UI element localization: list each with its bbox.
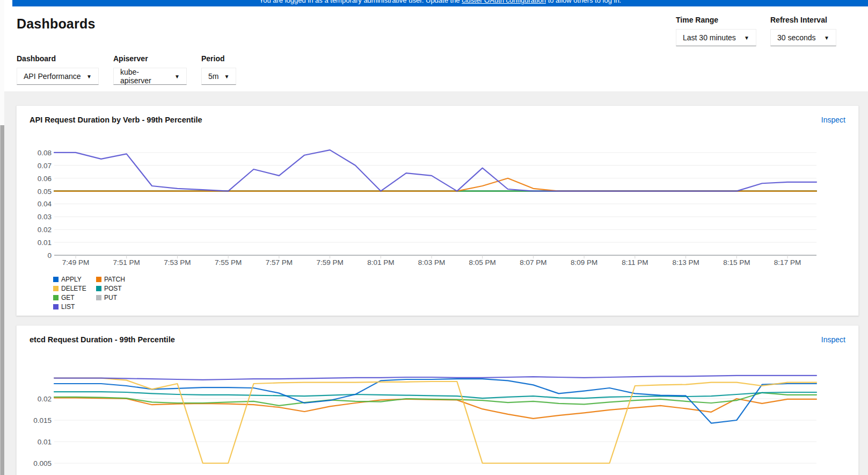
svg-text:0.06: 0.06 [38, 175, 52, 183]
svg-text:8:03 PM: 8:03 PM [418, 258, 445, 267]
legend-label: DELETE [61, 285, 86, 292]
login-notice-text: You are logged in as a temporary adminis… [12, 0, 868, 6]
period-select[interactable]: 5m ▼ [201, 68, 236, 85]
legend-swatch-icon [53, 277, 59, 282]
legend-swatch-icon [96, 295, 101, 300]
svg-text:8:17 PM: 8:17 PM [774, 258, 801, 267]
svg-text:0.03: 0.03 [38, 213, 52, 221]
dashboards-page: You are logged in as a temporary adminis… [0, 0, 868, 475]
time-range-select[interactable]: Last 30 minutes ▼ [676, 29, 756, 46]
card-title: API Request Duration by Verb - 99th Perc… [30, 116, 202, 124]
dashboard-select[interactable]: API Performance ▼ [17, 68, 99, 85]
svg-text:0.02: 0.02 [38, 226, 52, 234]
svg-text:0.005: 0.005 [33, 459, 52, 467]
period-value: 5m [208, 72, 218, 81]
page-title: Dashboards [17, 16, 95, 32]
legend-column: APPLYDELETEGETLIST [53, 275, 96, 311]
api-request-duration-card: API Request Duration by Verb - 99th Perc… [16, 105, 859, 316]
svg-text:8:01 PM: 8:01 PM [367, 258, 394, 267]
refresh-interval-value: 30 seconds [777, 33, 816, 42]
legend-item-patch[interactable]: PATCH [96, 275, 125, 284]
svg-text:8:05 PM: 8:05 PM [469, 258, 496, 267]
legend-label: APPLY [61, 276, 82, 283]
period-label: Period [201, 54, 236, 63]
svg-text:0.015: 0.015 [33, 416, 52, 424]
window-scrollbar[interactable] [0, 0, 4, 475]
chevron-down-icon: ▼ [174, 74, 180, 80]
legend-item-list[interactable]: LIST [53, 302, 96, 311]
legend-label: GET [61, 294, 75, 301]
apiserver-control: Apiserver kube-apiserver ▼ [113, 54, 187, 85]
legend-swatch-icon [53, 286, 59, 291]
svg-text:0.01: 0.01 [38, 438, 52, 446]
svg-text:8:07 PM: 8:07 PM [520, 258, 546, 267]
refresh-interval-control: Refresh Interval 30 seconds ▼ [770, 16, 836, 46]
legend-item-delete[interactable]: DELETE [53, 284, 96, 293]
legend-swatch-icon [53, 304, 59, 310]
etcd-request-duration-chart[interactable]: 0.0050.010.0150.02 [30, 358, 845, 475]
etcd-request-duration-card: etcd Request Duration - 99th Percentile … [16, 325, 859, 475]
apiserver-value: kube-apiserver [120, 68, 169, 85]
svg-text:8:11 PM: 8:11 PM [622, 258, 648, 267]
svg-text:7:55 PM: 7:55 PM [215, 258, 242, 267]
refresh-interval-select[interactable]: 30 seconds ▼ [770, 29, 836, 46]
legend-label: PUT [104, 294, 117, 301]
svg-text:7:57 PM: 7:57 PM [266, 258, 293, 267]
scrollbar-thumb[interactable] [0, 125, 4, 475]
chevron-down-icon: ▼ [86, 74, 92, 80]
dashboard-value: API Performance [24, 72, 81, 81]
card-title: etcd Request Duration - 99th Percentile [30, 335, 175, 344]
svg-text:8:09 PM: 8:09 PM [571, 258, 597, 267]
svg-text:0.01: 0.01 [38, 239, 52, 247]
card-header: API Request Duration by Verb - 99th Perc… [30, 114, 845, 125]
svg-text:8:15 PM: 8:15 PM [723, 258, 750, 267]
svg-text:0.07: 0.07 [38, 162, 52, 170]
time-range-control: Time Range Last 30 minutes ▼ [676, 16, 756, 46]
inspect-link[interactable]: Inspect [821, 335, 845, 344]
cluster-oauth-configuration-link[interactable]: cluster OAuth configuration [462, 0, 546, 4]
dashboard-content: API Request Duration by Verb - 99th Perc… [4, 91, 868, 475]
svg-text:7:51 PM: 7:51 PM [113, 258, 140, 267]
legend-swatch-icon [53, 295, 59, 300]
legend-label: LIST [61, 303, 75, 311]
page-header: Dashboards Time Range Last 30 minutes ▼ … [4, 6, 868, 91]
api-request-duration-chart[interactable]: 00.010.020.030.040.050.060.070.087:49 PM… [30, 140, 845, 269]
chevron-down-icon: ▼ [824, 35, 829, 41]
legend-item-put[interactable]: PUT [96, 293, 125, 302]
card-header: etcd Request Duration - 99th Percentile … [30, 334, 845, 345]
login-notice-banner: You are logged in as a temporary adminis… [12, 0, 868, 6]
svg-text:0.02: 0.02 [38, 395, 52, 403]
legend-item-post[interactable]: POST [96, 284, 125, 293]
refresh-interval-label: Refresh Interval [770, 16, 836, 24]
chevron-down-icon: ▼ [744, 35, 749, 41]
svg-text:0.08: 0.08 [38, 149, 52, 157]
time-range-value: Last 30 minutes [683, 33, 736, 42]
legend-column: PATCHPOSTPUT [96, 275, 125, 311]
legend-label: PATCH [104, 276, 125, 283]
legend-swatch-icon [96, 286, 101, 291]
apiserver-select[interactable]: kube-apiserver ▼ [113, 68, 187, 85]
svg-text:0: 0 [47, 251, 52, 260]
inspect-link[interactable]: Inspect [821, 116, 845, 124]
legend-item-get[interactable]: GET [53, 293, 96, 302]
period-control: Period 5m ▼ [201, 54, 236, 85]
legend-label: POST [104, 285, 122, 292]
legend-item-apply[interactable]: APPLY [53, 275, 96, 284]
svg-text:7:59 PM: 7:59 PM [316, 258, 343, 267]
chevron-down-icon: ▼ [224, 74, 229, 80]
time-range-label: Time Range [676, 16, 756, 24]
apiserver-label: Apiserver [113, 54, 187, 63]
dashboard-control: Dashboard API Performance ▼ [17, 54, 99, 85]
svg-text:0.05: 0.05 [38, 188, 52, 196]
svg-text:0.04: 0.04 [38, 200, 52, 208]
svg-text:7:53 PM: 7:53 PM [164, 258, 191, 267]
svg-text:8:13 PM: 8:13 PM [672, 258, 699, 267]
legend-swatch-icon [96, 277, 101, 282]
dashboard-label: Dashboard [17, 54, 99, 63]
svg-text:7:49 PM: 7:49 PM [62, 258, 89, 267]
banner-text-before: You are logged in as a temporary adminis… [259, 0, 462, 4]
banner-text-after: to allow others to log in. [546, 0, 621, 4]
chart-legend: APPLYDELETEGETLISTPATCHPOSTPUT [53, 275, 845, 311]
